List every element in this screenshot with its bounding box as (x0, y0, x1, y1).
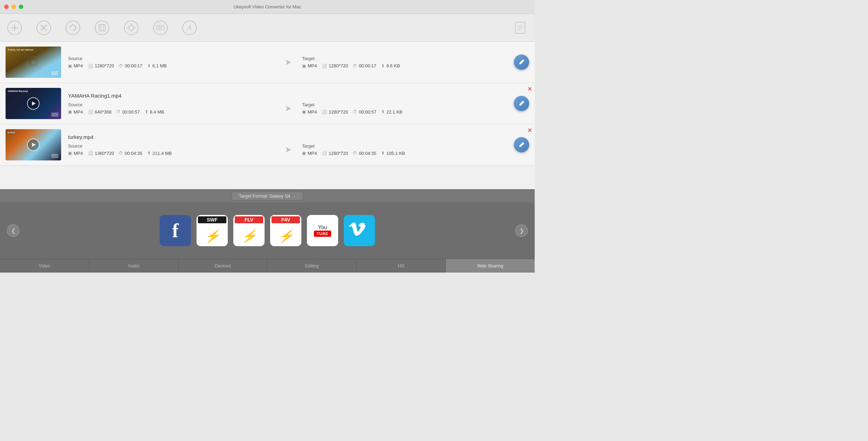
source-size-value: 8.4 MB (150, 109, 164, 115)
thumb-title: YAMAHA Racing1 (8, 90, 28, 92)
format-icon: ▣ (68, 151, 72, 156)
source-format: ▣ MP4 (68, 109, 83, 115)
vimeo-format-icon[interactable] (344, 215, 375, 246)
videos-list: Turkey, hot air balloon Source ▣ MP4 (0, 42, 535, 189)
title-bar: Ukeysoft Video Converter for Mac (0, 0, 535, 14)
thumb-lines (51, 113, 58, 116)
video-filename: YAMAHA Racing1.mp4 (68, 93, 508, 99)
convert-icon[interactable] (36, 20, 51, 35)
watermark-icon[interactable]: A (182, 20, 197, 35)
target-label: Target (302, 56, 508, 61)
file-icon[interactable] (512, 20, 528, 35)
flv-format-icon[interactable]: FLV ⚡ (233, 215, 265, 246)
source-size-value: 6.1 MB (152, 63, 167, 68)
swf-format-icon[interactable]: SWF ⚡ (197, 215, 228, 246)
target-duration: ⏱ 00:00:17 (353, 63, 376, 68)
next-format-button[interactable]: ❯ (515, 224, 528, 237)
target-size-value: 105.1 KB (386, 151, 405, 156)
source-format-value: MP4 (74, 63, 83, 68)
swf-badge: SWF (198, 216, 226, 223)
source-size: ⬆ 6.1 MB (147, 63, 167, 68)
window-controls[interactable] (4, 5, 23, 9)
target-values: ▣ MP4 ⬜ 1280*720 ⏱ 00:00:57 ⬆ (302, 109, 508, 115)
vimeo-label (349, 218, 370, 243)
source-format: ▣ MP4 (68, 151, 83, 156)
dropdown-arrow-icon: ⌄ (293, 194, 296, 198)
arrow-section: ➤ (274, 57, 302, 67)
target-format: ▣ MP4 (302, 63, 317, 68)
close-video-button[interactable]: ✕ (527, 128, 532, 133)
tab-video[interactable]: Video (0, 259, 89, 273)
source-duration-value: 00:00:57 (122, 109, 140, 115)
facebook-format-icon[interactable]: f (160, 215, 191, 246)
minimize-button[interactable] (11, 5, 16, 9)
content-area: Turkey, hot air balloon Source ▣ MP4 (0, 42, 535, 273)
source-label: Source (68, 143, 274, 149)
resolution-icon: ⬜ (88, 64, 93, 68)
target-duration-value: 00:00:57 (359, 109, 376, 115)
format-icon: ▣ (68, 109, 72, 114)
source-label: Source (68, 102, 274, 107)
svg-point-6 (66, 21, 80, 35)
trim-icon[interactable] (94, 20, 110, 35)
source-resolution-value: 1360*720 (95, 151, 114, 156)
effect-icon[interactable] (124, 20, 139, 35)
play-button[interactable] (27, 97, 40, 110)
maximize-button[interactable] (19, 5, 23, 9)
youtube-format-icon[interactable]: You Tube (307, 215, 338, 246)
target-duration-value: 00:00:17 (359, 63, 376, 68)
source-format-value: MP4 (74, 151, 83, 156)
arrow-right-icon: ➤ (285, 57, 292, 67)
source-section: Source ▣ MP4 ⬜ 640*368 ⏱ 00:00:57 (68, 102, 274, 115)
toolbar: A (0, 14, 535, 42)
source-resolution: ⬜ 640*368 (88, 109, 111, 115)
tab-hd[interactable]: HD (357, 259, 446, 273)
source-duration: ⏱ 00:00:57 (116, 109, 140, 115)
tab-audio[interactable]: Audio (89, 259, 178, 273)
edit-video-button[interactable] (514, 96, 529, 111)
format-icon: ▣ (68, 64, 72, 68)
video-item: ✕ YAMAHA Racing1 YAMAHA Racing1.mp4 Sour… (0, 83, 535, 124)
video-specs-row: Source ▣ MP4 ⬜ 1360*720 ⏱ 00:04:35 (68, 143, 508, 156)
size-icon: ⬆ (147, 64, 151, 68)
video-filename: turkey.mp4 (68, 134, 508, 140)
youtube-you-text: You (318, 224, 327, 231)
target-resolution: ⬜ 1280*720 (322, 151, 348, 156)
target-section: Target ▣ MP4 ⬜ 1280*720 ⏱ 00:00:57 (302, 102, 508, 115)
source-duration-value: 00:04:35 (125, 151, 142, 156)
play-button[interactable] (27, 139, 40, 151)
tab-devices[interactable]: Devices (178, 259, 268, 273)
toolbar-icons: A (7, 20, 197, 35)
target-size: ⬆ 6.6 KB (381, 63, 400, 68)
source-size-value: 211.4 MB (152, 151, 172, 156)
edit-video-button[interactable] (514, 137, 529, 152)
tab-web-sharing[interactable]: Web Sharing (446, 259, 535, 273)
video-info: turkey.mp4 Source ▣ MP4 ⬜ 1360*720 (68, 134, 508, 156)
source-format-value: MP4 (74, 109, 83, 115)
source-resolution: ⬜ 1360*720 (88, 151, 114, 156)
target-duration-icon: ⏱ (353, 109, 357, 114)
subtitle-icon[interactable] (153, 20, 168, 35)
format-selector-button[interactable]: Target Format: Galaxy S4 ⌄ (232, 192, 303, 200)
f4v-format-icon[interactable]: F4V ⚡ (270, 215, 301, 246)
target-label: Target (302, 143, 508, 149)
tab-editing[interactable]: Editing (267, 259, 357, 273)
close-video-button[interactable]: ✕ (527, 86, 532, 92)
format-selector: Target Format: Galaxy S4 ⌄ (0, 189, 535, 202)
edit-video-button[interactable] (514, 55, 529, 70)
video-item: ✕ turkey turkey.mp4 Source ▣ (0, 124, 535, 166)
format-icons-area: ❮ f SWF ⚡ FLV ⚡ F4V ⚡ (0, 202, 535, 259)
svg-marker-7 (69, 26, 71, 28)
youtube-tube-badge: Tube (314, 231, 331, 237)
target-section: Target ▣ MP4 ⬜ 1280*720 ⏱ 00:00:17 (302, 56, 508, 68)
video-specs-row: Source ▣ MP4 ⬜ 1280*720 ⏱ 00:00:17 (68, 56, 508, 68)
add-media-icon[interactable] (7, 20, 22, 35)
target-duration: ⏱ 00:00:57 (353, 109, 376, 115)
close-button[interactable] (4, 5, 9, 9)
prev-format-button[interactable]: ❮ (7, 224, 19, 237)
refresh-icon[interactable] (65, 20, 81, 35)
video-thumbnail: Turkey, hot air balloon (6, 47, 61, 78)
target-format-value: MP4 (308, 151, 317, 156)
svg-text:A: A (187, 24, 192, 31)
target-size-icon: ⬆ (381, 109, 385, 114)
